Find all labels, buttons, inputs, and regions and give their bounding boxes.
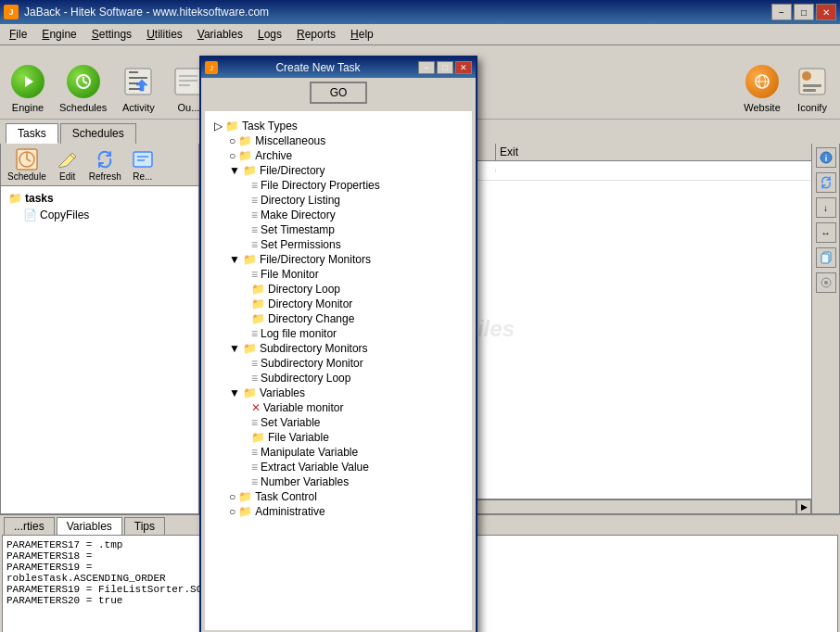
file-monitor[interactable]: ≡ File Monitor [249,267,465,282]
file-variable[interactable]: 📁 File Variable [249,430,465,445]
var-monitor-x: ✕ [251,401,261,414]
admin-expand: ○ [229,505,235,518]
dir-loop[interactable]: 📁 Directory Loop [249,282,465,297]
modal-admin[interactable]: ○ 📁 Administrative [227,504,465,519]
go-button[interactable]: GO [310,82,368,104]
set-permissions[interactable]: ≡ Set Permissions [249,237,465,252]
modal-admin-label: Administrative [255,505,325,518]
manip-var-label: Manipulate Variable [261,446,358,459]
create-task-modal: J Create New Task − □ ✕ GO ▷ 📁 Task Type… [199,56,477,632]
modal-root-expand: ▷ [214,120,223,133]
file-dir-props-label: File Directory Properties [261,179,380,192]
archive-expand: ○ [229,149,235,162]
modal-root[interactable]: ▷ 📁 Task Types [212,119,465,133]
modal-variables[interactable]: ▼ 📁 Variables [227,386,465,400]
dir-listing-label: Directory Listing [261,194,340,207]
dir-change-label: Directory Change [268,312,354,325]
modal-subdir-label: Subdirectory Monitors [260,342,368,355]
var-monitor[interactable]: ✕ Variable monitor [249,400,465,415]
modal-misc-label: Miscellaneous [255,134,325,147]
make-dir-icon: ≡ [251,209,258,221]
modal-maximize[interactable]: □ [437,61,453,74]
dir-loop-label: Directory Loop [268,283,340,296]
modal-filedir-folder: 📁 [243,164,257,177]
file-dir-props-icon: ≡ [251,179,258,192]
set-variable[interactable]: ≡ Set Variable [249,415,465,430]
dir-listing[interactable]: ≡ Directory Listing [249,193,465,208]
modal-admin-folder: 📁 [238,505,252,518]
modal-close[interactable]: ✕ [455,61,472,74]
subdir-loop-label: Subdirectory Loop [261,372,350,385]
extract-var-label: Extract Variable Value [261,461,369,474]
dir-monitor-label: Directory Monitor [268,297,352,310]
set-perm-icon: ≡ [251,238,258,251]
modal-go-bar: GO [201,78,476,107]
modal-controls: − □ ✕ [418,61,472,74]
modal-filedir[interactable]: ▼ 📁 File/Directory [227,163,465,178]
modal-tc-label: Task Control [255,490,317,503]
set-timestamp[interactable]: ≡ Set Timestamp [249,222,465,237]
file-monitor-label: File Monitor [261,268,319,281]
modal-subdir[interactable]: ▼ 📁 Subdirectory Monitors [227,341,465,356]
modal-children: ○ 📁 Miscellaneous ○ 📁 Archive ▼ 📁 F [212,133,465,519]
modal-minimize[interactable]: − [418,61,435,74]
file-dir-props[interactable]: ≡ File Directory Properties [249,178,465,193]
vars-expand: ▼ [229,386,240,399]
number-vars-label: Number Variables [261,475,349,488]
modal-archive[interactable]: ○ 📁 Archive [227,148,465,163]
file-var-label: File Variable [268,431,329,444]
filedir-children: ≡ File Directory Properties ≡ Directory … [227,178,465,252]
extract-var[interactable]: ≡ Extract Variable Value [249,460,465,474]
extract-var-icon: ≡ [251,461,258,474]
dir-monitor[interactable]: 📁 Directory Monitor [249,297,465,311]
log-monitor-icon: ≡ [251,327,258,340]
set-var-icon: ≡ [251,416,258,429]
modal-task-control[interactable]: ○ 📁 Task Control [227,489,465,504]
modal-filedir-monitors[interactable]: ▼ 📁 File/Directory Monitors [227,252,465,267]
var-monitor-label: Variable monitor [263,401,343,414]
make-dir[interactable]: ≡ Make Directory [249,208,465,222]
subdir-expand: ▼ [229,342,240,355]
modal-subdir-folder: 📁 [243,342,257,355]
dir-loop-folder: 📁 [251,283,265,296]
modal-vars-label: Variables [260,386,305,399]
subdir-children: ≡ Subdirectory Monitor ≡ Subdirectory Lo… [227,356,465,386]
subdir-monitor-icon: ≡ [251,357,258,370]
modal-root-folder-icon: 📁 [225,120,239,133]
dir-monitor-folder: 📁 [251,297,265,310]
modal-title-bar: J Create New Task − □ ✕ [201,57,476,78]
modal-misc-folder: 📁 [238,134,252,147]
modal-tc-folder: 📁 [238,490,252,503]
modal-fdm-label: File/Directory Monitors [260,253,371,266]
modal-archive-label: Archive [255,149,292,162]
fdm-expand: ▼ [229,253,240,266]
set-ts-icon: ≡ [251,223,258,236]
set-var-label: Set Variable [261,416,320,429]
number-vars-icon: ≡ [251,475,258,488]
modal-title: Create New Task [218,61,418,74]
log-monitor-label: Log file monitor [261,327,337,340]
fdm-children: ≡ File Monitor 📁 Directory Loop 📁 Direct… [227,267,465,341]
minus-icon: ○ [229,134,235,147]
dir-change[interactable]: 📁 Directory Change [249,311,465,326]
modal-fdm-folder: 📁 [243,253,257,266]
modal-overlay: J Create New Task − □ ✕ GO ▷ 📁 Task Type… [0,0,840,632]
manip-variable[interactable]: ≡ Manipulate Variable [249,445,465,460]
vars-children: ✕ Variable monitor ≡ Set Variable 📁 File… [227,400,465,489]
file-monitor-icon: ≡ [251,268,258,281]
filedir-expand: ▼ [229,164,240,177]
subdir-monitor[interactable]: ≡ Subdirectory Monitor [249,356,465,371]
modal-filedir-label: File/Directory [260,164,325,177]
dir-change-folder: 📁 [251,312,265,325]
modal-icon: J [205,61,218,74]
modal-misc[interactable]: ○ 📁 Miscellaneous [227,133,465,148]
subdir-loop[interactable]: ≡ Subdirectory Loop [249,371,465,386]
log-monitor[interactable]: ≡ Log file monitor [249,326,465,341]
set-perm-label: Set Permissions [261,238,341,251]
manip-var-icon: ≡ [251,446,258,459]
set-ts-label: Set Timestamp [261,223,335,236]
number-vars[interactable]: ≡ Number Variables [249,474,465,489]
modal-body: ▷ 📁 Task Types ○ 📁 Miscellaneous ○ 📁 [205,111,472,630]
make-dir-label: Make Directory [261,209,336,221]
modal-tree: ▷ 📁 Task Types ○ 📁 Miscellaneous ○ 📁 [212,119,465,519]
